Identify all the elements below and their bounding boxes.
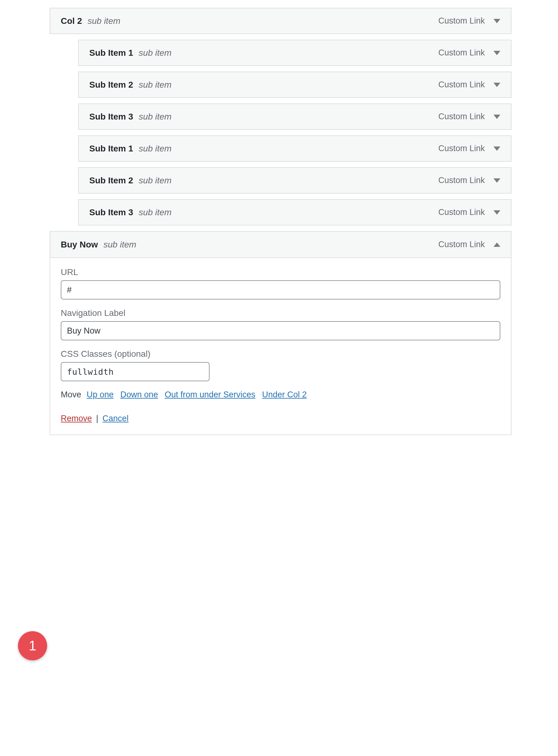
menu-item-right[interactable]: Custom Link <box>438 112 500 122</box>
move-label: Move <box>61 390 81 399</box>
menu-item-type: Custom Link <box>438 80 485 89</box>
menu-item-sub-3b[interactable]: Sub Item 3 sub item Custom Link <box>78 199 511 225</box>
menu-item-left: Sub Item 2 sub item <box>89 80 172 90</box>
cancel-link[interactable]: Cancel <box>103 414 129 423</box>
menu-item-title: Sub Item 1 <box>89 144 133 154</box>
navigation-label-input[interactable] <box>61 321 500 341</box>
menu-item-subtype: sub item <box>139 48 172 58</box>
navigation-label-label: Navigation Label <box>61 308 500 318</box>
chevron-down-icon[interactable] <box>493 51 500 55</box>
menu-item-subtype: sub item <box>139 112 172 122</box>
menu-item-title: Col 2 <box>61 16 82 26</box>
menu-item-type: Custom Link <box>438 48 485 58</box>
menu-item-title: Sub Item 3 <box>89 208 133 217</box>
annotation-number: 1 <box>29 638 36 653</box>
menu-item-settings-panel: URL Navigation Label CSS Classes (option… <box>50 258 511 434</box>
url-input[interactable] <box>61 280 500 299</box>
menu-item-title: Sub Item 1 <box>89 48 133 58</box>
annotation-badge-1: 1 <box>18 631 47 660</box>
url-label: URL <box>61 267 500 277</box>
menu-item-left: Sub Item 3 sub item <box>89 208 172 217</box>
menu-item-type: Custom Link <box>438 240 485 249</box>
move-row: Move Up one Down one Out from under Serv… <box>61 390 500 400</box>
menu-item-title: Buy Now <box>61 240 98 250</box>
menu-item-col-2[interactable]: Col 2 sub item Custom Link <box>50 8 511 34</box>
menu-item-right[interactable]: Custom Link <box>438 16 500 26</box>
menu-item-left: Sub Item 1 sub item <box>89 48 172 58</box>
menu-item-subtype: sub item <box>104 240 136 250</box>
move-out-from-under-link[interactable]: Out from under Services <box>164 390 255 399</box>
menu-item-sub-2a[interactable]: Sub Item 2 sub item Custom Link <box>78 72 511 98</box>
menu-item-sub-3a[interactable]: Sub Item 3 sub item Custom Link <box>78 103 511 130</box>
menu-item-right[interactable]: Custom Link <box>438 80 500 89</box>
chevron-down-icon[interactable] <box>493 83 500 87</box>
move-under-link[interactable]: Under Col 2 <box>262 390 307 399</box>
chevron-down-icon[interactable] <box>493 210 500 215</box>
menu-item-subtype: sub item <box>139 144 172 154</box>
menu-item-type: Custom Link <box>438 176 485 185</box>
menu-item-left: Buy Now sub item <box>61 240 136 250</box>
menu-item-type: Custom Link <box>438 208 485 217</box>
menu-item-right[interactable]: Custom Link <box>438 144 500 153</box>
menu-item-sub-1b[interactable]: Sub Item 1 sub item Custom Link <box>78 135 511 162</box>
menu-item-right[interactable]: Custom Link <box>438 48 500 58</box>
url-field-block: URL <box>61 267 500 299</box>
menu-item-title: Sub Item 2 <box>89 176 133 186</box>
move-down-one-link[interactable]: Down one <box>120 390 158 399</box>
menu-item-type: Custom Link <box>438 16 485 26</box>
menu-item-left: Col 2 sub item <box>61 16 120 26</box>
menu-item-buy-now: Buy Now sub item Custom Link URL Navigat… <box>50 231 511 435</box>
nav-label-field-block: Navigation Label <box>61 308 500 341</box>
menu-item-subtype: sub item <box>139 176 172 186</box>
menu-item-title: Sub Item 2 <box>89 80 133 90</box>
menu-item-right[interactable]: Custom Link <box>438 240 500 249</box>
menu-item-subtype: sub item <box>139 208 172 217</box>
menu-item-right[interactable]: Custom Link <box>438 208 500 217</box>
move-up-one-link[interactable]: Up one <box>87 390 114 399</box>
action-row: Remove | Cancel <box>61 414 500 423</box>
menu-item-subtype: sub item <box>87 16 120 26</box>
menu-item-sub-1a[interactable]: Sub Item 1 sub item Custom Link <box>78 39 511 66</box>
menu-item-type: Custom Link <box>438 144 485 153</box>
menu-item-subtype: sub item <box>139 80 172 90</box>
chevron-down-icon[interactable] <box>493 19 500 23</box>
menu-item-title: Sub Item 3 <box>89 112 133 122</box>
menu-item-type: Custom Link <box>438 112 485 122</box>
menu-item-left: Sub Item 3 sub item <box>89 112 172 122</box>
menu-item-left: Sub Item 2 sub item <box>89 176 172 186</box>
css-classes-input[interactable] <box>61 362 209 381</box>
menu-item-left: Sub Item 1 sub item <box>89 144 172 154</box>
chevron-down-icon[interactable] <box>493 115 500 119</box>
chevron-down-icon[interactable] <box>493 179 500 183</box>
css-classes-label: CSS Classes (optional) <box>61 349 500 359</box>
css-classes-field-block: CSS Classes (optional) <box>61 349 500 381</box>
menu-item-right[interactable]: Custom Link <box>438 176 500 185</box>
chevron-down-icon[interactable] <box>493 146 500 151</box>
remove-link[interactable]: Remove <box>61 414 92 423</box>
separator: | <box>96 414 98 423</box>
menu-item-sub-2b[interactable]: Sub Item 2 sub item Custom Link <box>78 167 511 194</box>
chevron-up-icon[interactable] <box>493 243 500 247</box>
menu-item-header[interactable]: Buy Now sub item Custom Link <box>50 232 511 258</box>
